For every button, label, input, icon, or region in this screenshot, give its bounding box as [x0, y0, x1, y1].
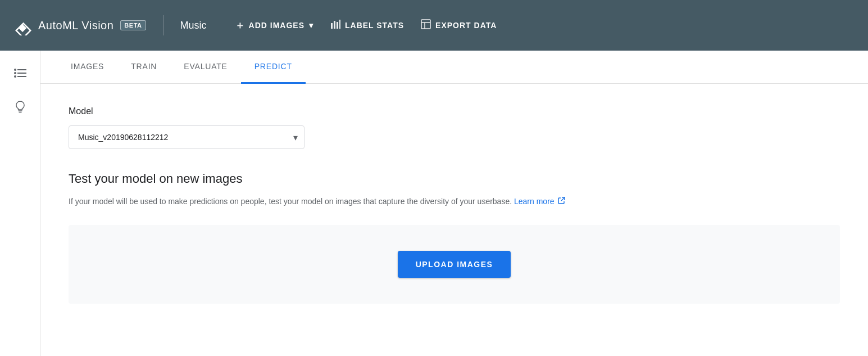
app-body: IMAGES TRAIN EVALUATE PREDICT Model Musi…	[0, 51, 868, 356]
svg-point-14	[14, 75, 16, 78]
svg-rect-5	[339, 20, 340, 29]
plus-icon: ＋	[235, 19, 246, 32]
content-area: Model Music_v20190628112212 ▾ Test your …	[40, 84, 868, 356]
sidebar-icon-bulb[interactable]	[9, 96, 31, 118]
model-select[interactable]: Music_v20190628112212	[69, 125, 305, 149]
tab-predict[interactable]: PREDICT	[241, 51, 306, 84]
automl-logo	[11, 15, 31, 35]
upload-area: UPLOAD IMAGES	[69, 225, 840, 304]
svg-rect-6	[421, 20, 430, 29]
beta-badge: BETA	[120, 20, 146, 30]
add-images-button[interactable]: ＋ ADD IMAGES ▾	[235, 19, 313, 32]
svg-rect-2	[331, 23, 333, 29]
brand-area: AutoML Vision BETA	[11, 15, 163, 35]
external-link-icon	[558, 196, 565, 208]
main-content: IMAGES TRAIN EVALUATE PREDICT Model Musi…	[40, 51, 868, 356]
learn-more-link[interactable]: Learn more	[514, 197, 555, 206]
project-name: Music	[180, 20, 207, 31]
svg-point-13	[14, 72, 16, 74]
header-actions: ＋ ADD IMAGES ▾ LABEL STATS	[235, 19, 497, 32]
upload-images-button[interactable]: UPLOAD IMAGES	[398, 251, 511, 278]
export-data-label: EXPORT DATA	[435, 21, 497, 30]
model-label: Model	[69, 106, 840, 116]
test-heading: Test your model on new images	[69, 172, 840, 186]
test-description: If your model will be used to make predi…	[69, 195, 840, 208]
tab-evaluate[interactable]: EVALUATE	[170, 51, 240, 84]
svg-rect-3	[334, 21, 335, 29]
label-stats-button[interactable]: LABEL STATS	[330, 19, 404, 32]
model-select-wrapper: Music_v20190628112212 ▾	[69, 125, 305, 149]
bar-chart-icon	[330, 19, 340, 32]
svg-rect-4	[337, 22, 338, 29]
app-header: AutoML Vision BETA Music ＋ ADD IMAGES ▾ …	[0, 0, 868, 51]
tab-train[interactable]: TRAIN	[117, 51, 170, 84]
svg-point-12	[14, 69, 16, 71]
tabs-bar: IMAGES TRAIN EVALUATE PREDICT	[40, 51, 868, 84]
sidebar-icon-list[interactable]	[9, 62, 31, 84]
export-data-button[interactable]: EXPORT DATA	[421, 19, 497, 32]
add-images-label: ADD IMAGES	[249, 21, 305, 30]
label-stats-label: LABEL STATS	[345, 21, 404, 30]
tab-images[interactable]: IMAGES	[57, 51, 117, 84]
chevron-down-icon: ▾	[309, 21, 313, 30]
sidebar	[0, 51, 40, 356]
app-name-label: AutoML Vision	[38, 19, 113, 32]
export-icon	[421, 19, 431, 32]
